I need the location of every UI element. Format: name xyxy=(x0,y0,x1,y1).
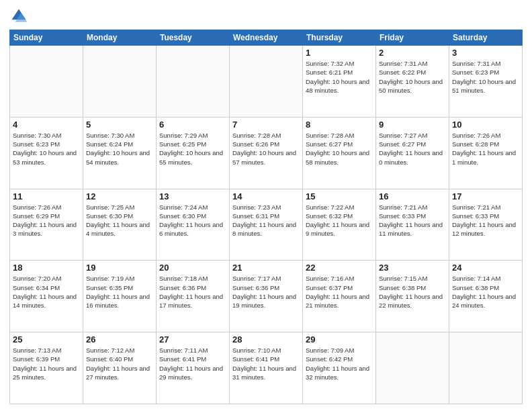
day-info: Sunrise: 7:11 AM Sunset: 6:41 PM Dayligh… xyxy=(159,346,226,381)
calendar-cell: 19Sunrise: 7:19 AM Sunset: 6:35 PM Dayli… xyxy=(83,261,157,332)
calendar-cell: 29Sunrise: 7:09 AM Sunset: 6:42 PM Dayli… xyxy=(303,332,376,404)
day-number: 27 xyxy=(159,334,226,345)
calendar-cell: 8Sunrise: 7:28 AM Sunset: 6:27 PM Daylig… xyxy=(303,117,376,189)
day-number: 17 xyxy=(452,191,519,201)
day-number: 19 xyxy=(86,263,153,273)
calendar-cell: 13Sunrise: 7:24 AM Sunset: 6:30 PM Dayli… xyxy=(157,189,230,261)
day-header-wednesday: Wednesday xyxy=(230,30,303,46)
calendar-week-3: 11Sunrise: 7:26 AM Sunset: 6:29 PM Dayli… xyxy=(10,189,523,261)
day-header-thursday: Thursday xyxy=(303,30,376,46)
day-number: 15 xyxy=(306,191,373,201)
day-number: 1 xyxy=(306,48,373,58)
day-info: Sunrise: 7:15 AM Sunset: 6:38 PM Dayligh… xyxy=(379,274,446,310)
day-header-tuesday: Tuesday xyxy=(157,30,230,46)
day-info: Sunrise: 7:19 AM Sunset: 6:35 PM Dayligh… xyxy=(86,274,153,310)
day-info: Sunrise: 7:25 AM Sunset: 6:30 PM Dayligh… xyxy=(86,203,153,238)
calendar-cell: 10Sunrise: 7:26 AM Sunset: 6:28 PM Dayli… xyxy=(449,117,523,189)
day-info: Sunrise: 7:21 AM Sunset: 6:33 PM Dayligh… xyxy=(452,203,519,238)
calendar-cell xyxy=(449,332,523,404)
calendar-cell: 7Sunrise: 7:28 AM Sunset: 6:26 PM Daylig… xyxy=(230,117,303,189)
day-info: Sunrise: 7:29 AM Sunset: 6:25 PM Dayligh… xyxy=(159,131,226,167)
day-number: 9 xyxy=(379,120,446,130)
logo xyxy=(9,7,31,26)
page: SundayMondayTuesdayWednesdayThursdayFrid… xyxy=(0,0,532,411)
day-info: Sunrise: 7:17 AM Sunset: 6:36 PM Dayligh… xyxy=(232,274,300,310)
day-info: Sunrise: 7:20 AM Sunset: 6:34 PM Dayligh… xyxy=(13,274,80,310)
day-info: Sunrise: 7:12 AM Sunset: 6:40 PM Dayligh… xyxy=(86,346,153,381)
calendar-cell: 20Sunrise: 7:18 AM Sunset: 6:36 PM Dayli… xyxy=(157,261,230,332)
day-number: 24 xyxy=(452,263,519,273)
day-header-saturday: Saturday xyxy=(449,30,523,46)
calendar-cell: 11Sunrise: 7:26 AM Sunset: 6:29 PM Dayli… xyxy=(10,189,83,261)
day-number: 20 xyxy=(159,263,226,273)
logo-icon xyxy=(9,7,28,26)
day-header-friday: Friday xyxy=(376,30,449,46)
header xyxy=(9,7,523,26)
calendar-cell xyxy=(376,332,449,404)
day-info: Sunrise: 7:30 AM Sunset: 6:23 PM Dayligh… xyxy=(13,131,80,167)
calendar-cell: 9Sunrise: 7:27 AM Sunset: 6:27 PM Daylig… xyxy=(376,117,449,189)
day-info: Sunrise: 7:10 AM Sunset: 6:41 PM Dayligh… xyxy=(232,346,300,381)
day-number: 6 xyxy=(159,120,226,130)
day-number: 11 xyxy=(13,191,80,201)
header-row: SundayMondayTuesdayWednesdayThursdayFrid… xyxy=(10,30,523,46)
day-number: 2 xyxy=(379,48,446,58)
day-info: Sunrise: 7:21 AM Sunset: 6:33 PM Dayligh… xyxy=(379,203,446,238)
day-number: 10 xyxy=(452,120,519,130)
calendar-cell: 6Sunrise: 7:29 AM Sunset: 6:25 PM Daylig… xyxy=(157,117,230,189)
day-number: 22 xyxy=(306,263,373,273)
calendar-cell: 27Sunrise: 7:11 AM Sunset: 6:41 PM Dayli… xyxy=(157,332,230,404)
calendar-cell: 5Sunrise: 7:30 AM Sunset: 6:24 PM Daylig… xyxy=(83,117,157,189)
calendar-week-5: 25Sunrise: 7:13 AM Sunset: 6:39 PM Dayli… xyxy=(10,332,523,404)
day-number: 25 xyxy=(13,334,80,345)
calendar-cell: 24Sunrise: 7:14 AM Sunset: 6:38 PM Dayli… xyxy=(449,261,523,332)
calendar-cell: 3Sunrise: 7:31 AM Sunset: 6:23 PM Daylig… xyxy=(449,46,523,118)
calendar-cell xyxy=(10,46,83,118)
calendar-cell: 23Sunrise: 7:15 AM Sunset: 6:38 PM Dayli… xyxy=(376,261,449,332)
day-number: 7 xyxy=(232,120,300,130)
day-info: Sunrise: 7:32 AM Sunset: 6:21 PM Dayligh… xyxy=(306,59,373,95)
calendar-cell: 15Sunrise: 7:22 AM Sunset: 6:32 PM Dayli… xyxy=(303,189,376,261)
day-info: Sunrise: 7:26 AM Sunset: 6:29 PM Dayligh… xyxy=(13,203,80,238)
calendar-cell: 12Sunrise: 7:25 AM Sunset: 6:30 PM Dayli… xyxy=(83,189,157,261)
day-info: Sunrise: 7:30 AM Sunset: 6:24 PM Dayligh… xyxy=(86,131,153,167)
day-number: 14 xyxy=(232,191,300,201)
calendar-cell: 1Sunrise: 7:32 AM Sunset: 6:21 PM Daylig… xyxy=(303,46,376,118)
calendar-week-1: 1Sunrise: 7:32 AM Sunset: 6:21 PM Daylig… xyxy=(10,46,523,118)
calendar-cell: 21Sunrise: 7:17 AM Sunset: 6:36 PM Dayli… xyxy=(230,261,303,332)
calendar-cell: 4Sunrise: 7:30 AM Sunset: 6:23 PM Daylig… xyxy=(10,117,83,189)
calendar-cell: 17Sunrise: 7:21 AM Sunset: 6:33 PM Dayli… xyxy=(449,189,523,261)
day-info: Sunrise: 7:13 AM Sunset: 6:39 PM Dayligh… xyxy=(13,346,80,381)
calendar-cell: 18Sunrise: 7:20 AM Sunset: 6:34 PM Dayli… xyxy=(10,261,83,332)
day-info: Sunrise: 7:31 AM Sunset: 6:23 PM Dayligh… xyxy=(452,59,519,95)
day-number: 26 xyxy=(86,334,153,345)
day-number: 16 xyxy=(379,191,446,201)
day-info: Sunrise: 7:23 AM Sunset: 6:31 PM Dayligh… xyxy=(232,203,300,238)
day-number: 28 xyxy=(232,334,300,345)
calendar-cell: 22Sunrise: 7:16 AM Sunset: 6:37 PM Dayli… xyxy=(303,261,376,332)
day-number: 23 xyxy=(379,263,446,273)
day-number: 29 xyxy=(306,334,373,345)
calendar-cell xyxy=(157,46,230,118)
day-number: 3 xyxy=(452,48,519,58)
day-info: Sunrise: 7:09 AM Sunset: 6:42 PM Dayligh… xyxy=(306,346,373,381)
day-info: Sunrise: 7:18 AM Sunset: 6:36 PM Dayligh… xyxy=(159,274,226,310)
day-number: 12 xyxy=(86,191,153,201)
calendar-week-2: 4Sunrise: 7:30 AM Sunset: 6:23 PM Daylig… xyxy=(10,117,523,189)
calendar-cell: 16Sunrise: 7:21 AM Sunset: 6:33 PM Dayli… xyxy=(376,189,449,261)
day-number: 8 xyxy=(306,120,373,130)
day-number: 5 xyxy=(86,120,153,130)
calendar-cell: 25Sunrise: 7:13 AM Sunset: 6:39 PM Dayli… xyxy=(10,332,83,404)
day-number: 13 xyxy=(159,191,226,201)
day-number: 4 xyxy=(13,120,80,130)
day-header-sunday: Sunday xyxy=(10,30,83,46)
day-info: Sunrise: 7:27 AM Sunset: 6:27 PM Dayligh… xyxy=(379,131,446,167)
calendar-cell xyxy=(230,46,303,118)
calendar-cell: 2Sunrise: 7:31 AM Sunset: 6:22 PM Daylig… xyxy=(376,46,449,118)
day-info: Sunrise: 7:22 AM Sunset: 6:32 PM Dayligh… xyxy=(306,203,373,238)
day-info: Sunrise: 7:28 AM Sunset: 6:26 PM Dayligh… xyxy=(232,131,300,167)
calendar-cell: 26Sunrise: 7:12 AM Sunset: 6:40 PM Dayli… xyxy=(83,332,157,404)
calendar-cell: 14Sunrise: 7:23 AM Sunset: 6:31 PM Dayli… xyxy=(230,189,303,261)
day-header-monday: Monday xyxy=(83,30,157,46)
calendar-week-4: 18Sunrise: 7:20 AM Sunset: 6:34 PM Dayli… xyxy=(10,261,523,332)
